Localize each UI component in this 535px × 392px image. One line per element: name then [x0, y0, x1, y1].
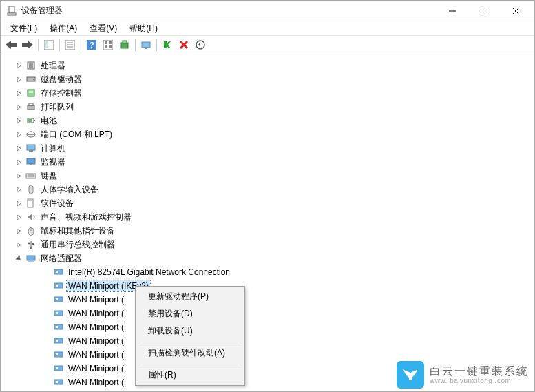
enable-device-button[interactable] [160, 37, 175, 52]
chevron-right-icon[interactable] [13, 115, 24, 126]
chevron-right-icon[interactable] [13, 225, 24, 236]
device-category[interactable]: 端口 (COM 和 LPT) [13, 127, 534, 141]
category-label: 磁盘驱动器 [39, 73, 83, 86]
svg-marker-25 [164, 41, 171, 48]
device-category[interactable]: 鼠标和其他指针设备 [13, 224, 534, 238]
menu-view[interactable]: 查看(V) [84, 22, 123, 35]
device-category[interactable]: 处理器 [13, 59, 534, 72]
minimize-button[interactable] [437, 1, 468, 21]
device-item[interactable]: Intel(R) 82574L Gigabit Network Connecti… [13, 265, 534, 279]
svg-rect-95 [54, 380, 63, 384]
device-item[interactable]: WAN Miniport ( [13, 307, 534, 320]
device-icon [53, 363, 64, 374]
device-icon [53, 322, 64, 333]
view-mode-button[interactable] [101, 37, 116, 52]
svg-marker-57 [17, 174, 21, 178]
update-driver-button[interactable] [138, 37, 154, 52]
menu-file[interactable]: 文件(F) [5, 22, 43, 35]
device-category[interactable]: 声音、视频和游戏控制器 [13, 210, 534, 224]
device-category[interactable]: 计算机 [13, 141, 534, 155]
nav-back-button[interactable] [3, 37, 19, 52]
chevron-right-icon[interactable] [13, 156, 24, 167]
chevron-right-icon[interactable] [13, 239, 24, 250]
chevron-right-icon[interactable] [13, 87, 24, 99]
ctx-properties[interactable]: 属性(R) [137, 367, 243, 384]
properties-button[interactable] [63, 37, 78, 52]
ctx-separator [138, 342, 242, 342]
device-icon [25, 60, 36, 71]
titlebar: 设备管理器 [1, 1, 534, 21]
ctx-update-driver[interactable]: 更新驱动程序(P) [137, 288, 243, 305]
chevron-right-icon[interactable] [13, 198, 24, 209]
svg-point-49 [30, 134, 32, 135]
ctx-scan-hardware[interactable]: 扫描检测硬件改动(A) [137, 344, 243, 362]
device-category[interactable]: 磁盘驱动器 [13, 72, 534, 86]
svg-rect-3 [481, 8, 487, 14]
device-item[interactable]: WAN Miniport ( [13, 293, 534, 307]
help-button[interactable]: ? [84, 37, 99, 52]
show-hide-tree-button[interactable] [41, 37, 56, 52]
svg-rect-56 [30, 164, 32, 165]
menu-action[interactable]: 操作(A) [44, 22, 83, 35]
category-label: 人体学输入设备 [39, 183, 100, 196]
svg-marker-33 [17, 77, 21, 82]
chevron-right-icon[interactable] [13, 212, 24, 223]
category-label: 键盘 [39, 169, 59, 183]
device-item[interactable]: WAN Miniport ( [13, 334, 534, 348]
chevron-right-icon[interactable] [13, 129, 24, 140]
svg-rect-89 [54, 338, 63, 343]
device-category[interactable]: 软件设备 [13, 196, 534, 210]
svg-marker-42 [17, 118, 21, 123]
svg-rect-9 [45, 41, 48, 48]
category-label: 计算机 [39, 142, 67, 155]
svg-rect-65 [28, 200, 32, 201]
disable-device-button[interactable] [193, 37, 208, 52]
chevron-right-icon[interactable] [13, 74, 24, 85]
svg-point-48 [28, 134, 30, 135]
tree-spacer [41, 336, 52, 347]
svg-marker-29 [198, 42, 200, 47]
ctx-disable-device[interactable]: 禁用设备(D) [137, 305, 243, 322]
device-category[interactable]: 通用串行总线控制器 [13, 238, 534, 251]
svg-rect-91 [54, 352, 63, 357]
svg-rect-84 [56, 298, 58, 300]
svg-marker-7 [22, 41, 33, 49]
device-icon [25, 225, 36, 236]
chevron-down-icon[interactable] [13, 253, 24, 264]
chevron-right-icon[interactable] [13, 60, 24, 71]
uninstall-device-button[interactable] [176, 37, 191, 52]
chevron-right-icon[interactable] [13, 184, 24, 195]
category-label: 端口 (COM 和 LPT) [39, 128, 114, 141]
maximize-button[interactable] [468, 1, 500, 21]
category-label: 电池 [39, 114, 59, 127]
menu-help[interactable]: 帮助(H) [124, 22, 163, 35]
device-category[interactable]: 存储控制器 [13, 86, 534, 100]
nav-forward-button[interactable] [20, 37, 35, 52]
device-category[interactable]: 键盘 [13, 169, 534, 183]
device-category[interactable]: 打印队列 [13, 100, 534, 114]
category-label: 鼠标和其他指针设备 [39, 225, 116, 238]
chevron-right-icon[interactable] [13, 143, 24, 154]
device-category[interactable]: 电池 [13, 114, 534, 127]
device-icon [25, 239, 36, 250]
app-icon [6, 6, 17, 17]
device-item[interactable]: WAN Miniport ( [13, 320, 534, 334]
scan-hardware-button[interactable] [117, 37, 132, 52]
svg-rect-80 [56, 271, 58, 273]
close-button[interactable] [500, 1, 532, 21]
category-label: 声音、视频和游戏控制器 [39, 211, 133, 224]
chevron-right-icon[interactable] [13, 170, 24, 181]
device-category[interactable]: 监视器 [13, 155, 534, 169]
ctx-uninstall-device[interactable]: 卸载设备(U) [137, 322, 243, 340]
device-item[interactable]: WAN Miniport ( [13, 348, 534, 362]
device-label: WAN Miniport ( [67, 349, 125, 360]
device-item[interactable]: WAN Miniport (IKEv2) [13, 279, 534, 293]
category-label: 软件设备 [39, 197, 75, 210]
device-label: WAN Miniport ( [67, 322, 125, 333]
svg-rect-88 [56, 326, 58, 328]
device-icon [25, 129, 36, 140]
device-category-network[interactable]: 网络适配器 [13, 251, 534, 265]
device-category[interactable]: 人体学输入设备 [13, 183, 534, 196]
chevron-right-icon[interactable] [13, 101, 24, 112]
menubar: 文件(F) 操作(A) 查看(V) 帮助(H) [1, 21, 534, 35]
